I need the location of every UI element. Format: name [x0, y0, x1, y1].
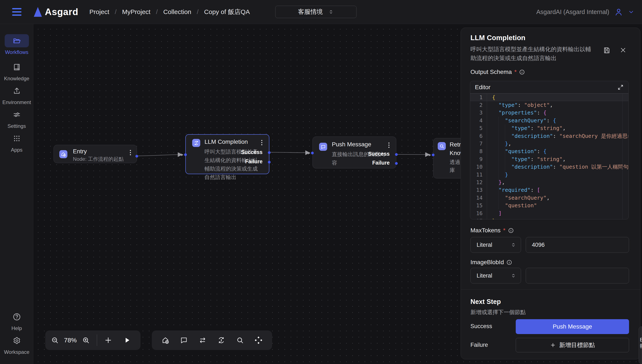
breadcrumb-project[interactable]: Project — [90, 8, 109, 16]
output-port[interactable] — [135, 155, 138, 158]
success-target-button[interactable]: Push Message — [516, 319, 629, 334]
line-number: 13 — [470, 187, 487, 193]
code-line: 7 }, — [470, 140, 628, 148]
select-chevrons-icon — [511, 273, 516, 278]
node-palette-toolbar — [152, 330, 272, 350]
sidebar-item-help[interactable]: Help — [0, 310, 33, 331]
zoom-toolbar: 78% — [45, 330, 141, 350]
home-plus-icon — [161, 336, 170, 344]
account-menu[interactable]: AsgardAI (Asgard Internal) — [536, 8, 634, 16]
close-panel-button[interactable] — [620, 47, 626, 53]
llm-tool-button[interactable] — [217, 336, 225, 344]
plus-icon — [550, 342, 556, 348]
success-port[interactable] — [268, 151, 271, 154]
retrieve-tool-button[interactable] — [236, 336, 244, 344]
sidebar-item-knowledge[interactable]: Knowledge — [0, 60, 33, 82]
code-line: 16 ] — [470, 210, 628, 217]
code-line: 6 "description": "searchQuery 是你經過思考 — [470, 132, 628, 140]
line-code: "question": { — [487, 148, 546, 155]
sidebar-item-workflows[interactable]: Workflows — [0, 34, 33, 55]
input-port[interactable] — [311, 152, 314, 154]
success-port[interactable] — [395, 153, 398, 156]
save-icon — [603, 46, 610, 54]
output-schema-label: Output Schema — [470, 68, 512, 76]
max-tokens-type-select[interactable]: Literal — [470, 237, 521, 253]
hamburger-menu-button[interactable] — [12, 8, 22, 16]
home-plus-icon — [61, 152, 66, 157]
max-tokens-input[interactable] — [526, 237, 629, 252]
sidebar-item-apps[interactable]: Apps — [0, 132, 33, 153]
sidebar-item-label: Workspace — [4, 349, 30, 355]
save-button[interactable] — [603, 46, 610, 54]
sidebar-item-settings[interactable]: Settings — [0, 108, 33, 129]
line-code: "type": "object", — [487, 101, 553, 109]
logo-text: Asgard — [45, 6, 79, 17]
info-icon[interactable] — [519, 69, 525, 75]
editor-scrollbar-gutter[interactable] — [622, 94, 623, 220]
push-message-tool-button[interactable] — [180, 336, 188, 344]
push-node-icon — [319, 143, 327, 151]
scenario-select[interactable]: 客服情境 — [275, 6, 357, 18]
code-line: 17 } — [470, 217, 628, 220]
node-entry[interactable]: Entry Node: 工作流程的起點 — [54, 145, 137, 163]
line-code: "properties": { — [487, 109, 546, 116]
output-label-failure: Failure — [372, 160, 390, 166]
toolbar-divider — [97, 334, 97, 346]
refresh-bulb-icon — [217, 336, 225, 344]
max-tokens-label: MaxTokens — [470, 227, 501, 234]
expand-editor-button[interactable] — [617, 84, 624, 90]
magnifier-icon — [236, 336, 244, 344]
zoom-out-icon — [51, 336, 59, 344]
sidebar-item-label: Settings — [8, 123, 26, 129]
breadcrumb: Project / MyProject / Collection / Copy … — [90, 8, 250, 16]
entry-tool-button[interactable] — [161, 336, 170, 344]
node-push-message[interactable]: Push Message 直接輸出訊息的回應內容 Success Failure — [312, 136, 396, 168]
image-blob-type-select[interactable]: Literal — [470, 268, 521, 284]
info-icon[interactable] — [508, 228, 514, 234]
max-tokens-label-row: MaxTokens * — [470, 227, 514, 234]
line-code: ] — [487, 210, 502, 217]
breadcrumb-collection[interactable]: Collection — [163, 8, 191, 16]
failure-port[interactable] — [268, 161, 271, 164]
code-line: 10 "description": "question 以第一人稱問句 — [470, 163, 628, 171]
refresh-bulb-icon — [193, 140, 199, 146]
breadcrumb-myproject[interactable]: MyProject — [122, 8, 150, 16]
book-icon — [5, 60, 29, 74]
required-marker: * — [503, 227, 506, 234]
zoom-in-button[interactable] — [82, 336, 90, 344]
node-menu-button[interactable] — [260, 139, 263, 146]
chevron-down-icon[interactable] — [628, 9, 634, 15]
node-subtitle: Node: 工作流程的起點 — [73, 156, 124, 162]
add-failure-target-button[interactable]: 新增目標節點 — [516, 338, 629, 352]
input-port[interactable] — [432, 154, 435, 156]
editor-title: Editor — [475, 84, 490, 91]
code-lines[interactable]: 1 { 2 "type": "object", 3 "properties": … — [470, 94, 628, 220]
input-port[interactable] — [184, 153, 187, 156]
sidebar-item-workspace[interactable]: Workspace — [0, 334, 33, 355]
breadcrumb-current[interactable]: Copy of 飯店QA — [204, 8, 250, 16]
add-node-button[interactable] — [104, 336, 112, 344]
switch-tool-button[interactable] — [198, 336, 207, 344]
run-button[interactable] — [123, 336, 131, 344]
workflow-tool-button[interactable] — [254, 336, 263, 344]
node-menu-button[interactable] — [388, 142, 390, 149]
image-blob-input[interactable] — [526, 268, 629, 283]
indent-guide — [505, 124, 505, 178]
output-label-success: Success — [241, 149, 262, 155]
sidebar-item-label: Workflows — [5, 49, 28, 55]
code-line: 3 "properties": { — [470, 109, 628, 116]
failure-port[interactable] — [395, 162, 398, 165]
info-icon[interactable] — [506, 260, 512, 265]
code-line: 14 "searchQuery", — [470, 194, 628, 202]
diamond-cluster-icon — [254, 336, 263, 344]
node-llm-completion[interactable]: LLM Completion 呼叫大型語言模型並產生結構化的資料輸出以輔助流程的… — [185, 134, 269, 174]
success-row-label: Success — [470, 323, 492, 330]
line-number: 2 — [470, 102, 487, 108]
line-number: 8 — [470, 148, 487, 154]
line-code: "searchQuery", — [487, 194, 550, 202]
sidebar-item-environment[interactable]: Environment — [0, 84, 33, 105]
node-title: Entry — [73, 148, 87, 155]
clipped-text-fragment: E — [640, 337, 642, 343]
zoom-out-button[interactable] — [51, 336, 59, 344]
node-menu-button[interactable] — [129, 149, 132, 156]
